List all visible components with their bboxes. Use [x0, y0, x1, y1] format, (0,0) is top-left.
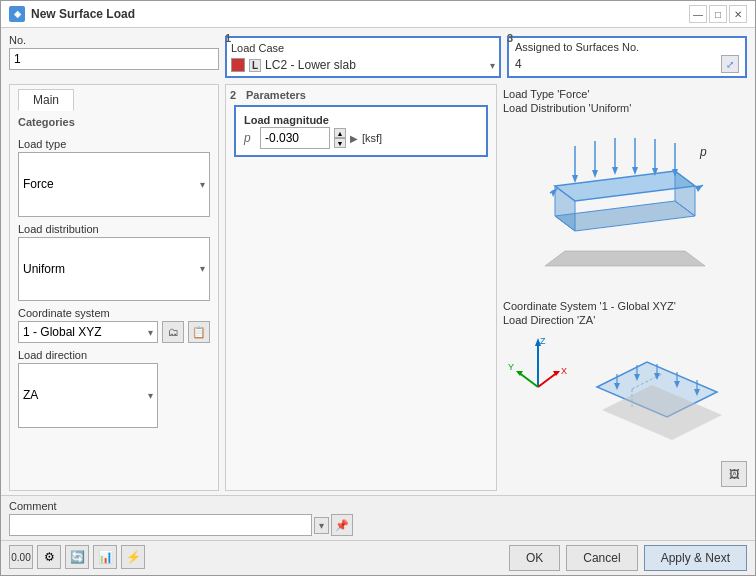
screenshot-btn[interactable]: 🖼 [721, 461, 747, 487]
right-col: Load Type 'Force' Load Distribution 'Uni… [503, 84, 747, 491]
params-box: Load magnitude p ▲ ▼ ▶ [ksf] [234, 105, 488, 157]
bottom-viz-row: Z X Y [503, 332, 747, 442]
load-distribution-select[interactable]: Uniform ▾ [18, 237, 210, 301]
title-controls: — □ ✕ [689, 5, 747, 23]
no-label: No. [9, 34, 219, 46]
lc-dropdown-arrow[interactable]: ▾ [490, 60, 495, 71]
title-bar-left: ◈ New Surface Load [9, 6, 135, 22]
svg-marker-4 [555, 201, 695, 231]
no-section: No. [9, 34, 219, 78]
magnitude-row: p ▲ ▼ ▶ [ksf] [244, 127, 478, 149]
spin-down-btn[interactable]: ▼ [334, 138, 346, 148]
cancel-button[interactable]: Cancel [566, 545, 637, 571]
coord-copy-btn[interactable]: 📋 [188, 321, 210, 343]
left-col: Main Categories Load type Force ▾ Load d… [9, 84, 219, 491]
tool-btn-5[interactable]: ⚡ [121, 545, 145, 569]
assigned-container: 3 Assigned to Surfaces No. 4 ⤢ [507, 34, 747, 78]
unit-label: [ksf] [362, 132, 382, 144]
ok-button[interactable]: OK [509, 545, 560, 571]
comment-label: Comment [9, 500, 353, 512]
assigned-edit-btn[interactable]: ⤢ [721, 55, 739, 73]
load-type-select[interactable]: Force ▾ [18, 152, 210, 216]
svg-text:Y: Y [508, 362, 514, 372]
tool-btn-1[interactable]: 0.00 [9, 545, 33, 569]
section3-badge: 3 [507, 32, 513, 44]
load-type-text-area: Load Type 'Force' Load Distribution 'Uni… [503, 88, 747, 116]
assigned-box: Assigned to Surfaces No. 4 ⤢ [507, 36, 747, 78]
comment-input-row: ▾ 📌 [9, 514, 353, 536]
top-row: No. 1 Load Case L LC2 - Lower slab ▾ [1, 28, 755, 80]
coord-info-area: Coordinate System '1 - Global XYZ' Load … [503, 300, 747, 328]
assigned-label: Assigned to Surfaces No. [515, 41, 739, 53]
middle-spacer [234, 163, 488, 486]
coord-arrow: ▾ [148, 327, 153, 338]
axes-svg: Z X Y [503, 332, 573, 402]
load-distribution-text: Load Distribution 'Uniform' [503, 102, 747, 114]
spin-up-btn[interactable]: ▲ [334, 128, 346, 138]
close-button[interactable]: ✕ [729, 5, 747, 23]
assigned-row: 4 ⤢ [515, 55, 739, 73]
svg-marker-13 [612, 167, 618, 175]
assigned-value: 4 [515, 57, 522, 71]
load-case-label: Load Case [231, 42, 495, 54]
load-direction-value: ZA [23, 388, 38, 402]
comment-row-outer: Comment ▾ 📌 [1, 496, 755, 541]
tab-bar: Main [18, 89, 210, 110]
svg-text:X: X [561, 366, 567, 376]
coordinate-system-row: 1 - Global XYZ ▾ 🗂 📋 [18, 321, 210, 343]
categories-label: Categories [18, 116, 210, 128]
tab-main[interactable]: Main [18, 89, 74, 111]
load-type-value: Force [23, 177, 54, 191]
window-icon: ◈ [9, 6, 25, 22]
tool-btn-4[interactable]: 📊 [93, 545, 117, 569]
load-direction-select[interactable]: ZA ▾ [18, 363, 158, 427]
comment-input[interactable] [9, 514, 312, 536]
lc-color-box [231, 58, 245, 72]
load-distribution-label: Load distribution [18, 223, 210, 235]
angled-surface-svg [577, 332, 737, 442]
no-input[interactable] [9, 48, 219, 70]
load-type-label: Load type [18, 138, 210, 150]
lc-name: LC2 - Lower slab [265, 58, 486, 72]
svg-text:Z: Z [540, 336, 546, 346]
section1-badge: 1 [225, 32, 231, 44]
load-magnitude-label: Load magnitude [244, 114, 329, 126]
apply-next-button[interactable]: Apply & Next [644, 545, 747, 571]
left-spacer [18, 428, 210, 486]
main-window: ◈ New Surface Load — □ ✕ No. 1 Load Case [0, 0, 756, 576]
svg-marker-12 [592, 170, 598, 178]
direction-arrow: ▾ [148, 390, 153, 401]
window-title: New Surface Load [31, 7, 135, 21]
comment-dropdown[interactable]: ▾ [314, 517, 329, 534]
full-layout: No. 1 Load Case L LC2 - Lower slab ▾ [1, 28, 755, 575]
params-label: Parameters [246, 89, 488, 101]
comment-pin-btn[interactable]: 📌 [331, 514, 353, 536]
tool-btn-2[interactable]: ⚙ [37, 545, 61, 569]
action-buttons: OK Cancel Apply & Next [509, 545, 747, 571]
coordinate-system-label: Coordinate system [18, 307, 210, 319]
load-direction-label: Load direction [18, 349, 210, 361]
middle-col: 2 Parameters Load magnitude p ▲ ▼ ▶ [ksf… [225, 84, 497, 491]
svg-marker-0 [545, 251, 705, 266]
minimize-button[interactable]: — [689, 5, 707, 23]
coord-text: Coordinate System '1 - Global XYZ' [503, 300, 747, 312]
load-type-arrow: ▾ [200, 179, 205, 190]
direction-text: Load Direction 'ZA' [503, 314, 747, 326]
section2-badge: 2 [230, 89, 236, 101]
load-type-text1: Load Type 'Force' [503, 88, 747, 100]
surface-load-svg: p [525, 121, 725, 291]
load-distribution-arrow: ▾ [200, 263, 205, 274]
load-case-container: 1 Load Case L LC2 - Lower slab ▾ [225, 34, 501, 78]
footer-row: 0.00 ⚙ 🔄 📊 ⚡ OK Cancel Apply & Next [1, 541, 755, 575]
coordinate-system-select[interactable]: 1 - Global XYZ ▾ [18, 321, 158, 343]
tool-btn-3[interactable]: 🔄 [65, 545, 89, 569]
comment-section: Comment ▾ 📌 [9, 500, 353, 536]
coord-calendar-btn[interactable]: 🗂 [162, 321, 184, 343]
svg-marker-11 [572, 175, 578, 183]
load-distribution-value: Uniform [23, 262, 65, 276]
load-case-select[interactable]: L LC2 - Lower slab ▾ [231, 58, 495, 72]
maximize-button[interactable]: □ [709, 5, 727, 23]
forward-icon: ▶ [350, 133, 358, 144]
title-bar: ◈ New Surface Load — □ ✕ [1, 1, 755, 28]
p-value-input[interactable] [260, 127, 330, 149]
